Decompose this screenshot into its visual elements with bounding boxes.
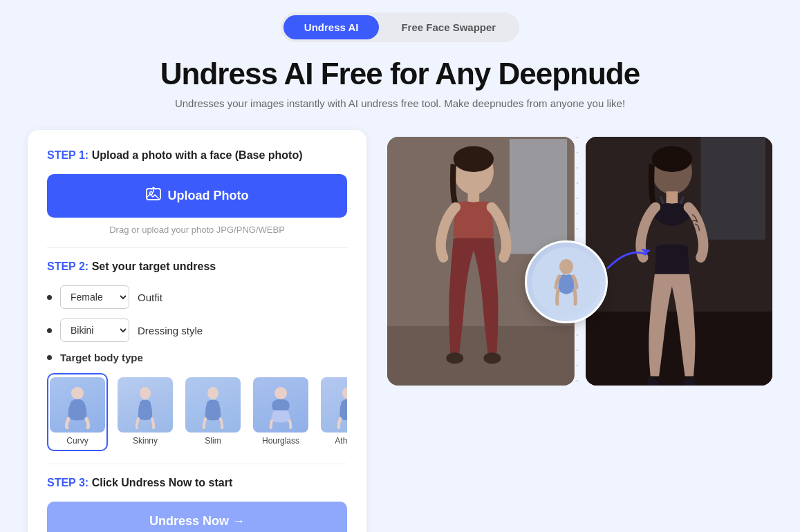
preview-area: Before [387, 137, 772, 392]
svg-point-17 [559, 259, 573, 274]
label-slim: Slim [205, 436, 221, 446]
svg-point-15 [483, 353, 501, 365]
gender-select[interactable]: Female Male [60, 285, 129, 309]
svg-rect-9 [387, 326, 575, 386]
label-skinny: Skinny [133, 436, 158, 446]
inset-svg [532, 247, 601, 316]
tab-container: Undress AI Free Face Swapper [281, 12, 519, 42]
svg-point-12 [454, 146, 494, 172]
step2-heading: STEP 2: Set your target undress [47, 260, 347, 273]
step3-text2: Click Undress Now to start [92, 477, 233, 488]
step1-text2: Upload a photo with a face (Base photo) [92, 149, 303, 161]
hero-title: Undress AI Free for Any Deepnude [14, 57, 786, 91]
arrow-area [525, 240, 608, 323]
step2-label: STEP 2: [47, 260, 89, 272]
body-card-slim[interactable]: Slim [183, 373, 243, 451]
top-nav: Undress AI Free Face Swapper [0, 0, 800, 49]
main-content: STEP 1: Upload a photo with a face (Base… [0, 116, 800, 532]
step2-text2: Set your target undress [92, 260, 216, 272]
svg-rect-22 [700, 137, 765, 240]
curved-arrow-svg [601, 234, 656, 275]
hero-subtitle: Undresses your images instantly with AI … [14, 97, 786, 109]
divider2 [47, 464, 347, 464]
body-img-slim [185, 377, 241, 433]
tab-undress-ai[interactable]: Undress AI [283, 15, 380, 39]
style-row: Bikini Nude Lingerie Dressing style [47, 319, 347, 342]
svg-point-4 [207, 387, 218, 399]
svg-rect-10 [510, 140, 567, 254]
svg-point-24 [651, 146, 691, 172]
body-type-cards: Curvy Skinny [47, 373, 347, 451]
svg-point-3 [140, 387, 151, 399]
step3-label: STEP 3: [47, 477, 89, 488]
step1-heading: STEP 1: Upload a photo with a face (Base… [47, 149, 347, 162]
undress-btn-label: Undress Now → [149, 514, 245, 529]
drag-hint: Drag or upload your photo JPG/PNG/WEBP [47, 225, 347, 235]
label-hourglass: Hourglass [262, 436, 299, 446]
upload-button-label: Upload Photo [168, 189, 249, 203]
body-img-skinny [118, 377, 173, 433]
step3-heading: STEP 3: Click Undress Now to start [47, 477, 347, 489]
bullet1 [47, 295, 52, 300]
label-athletic: Athletic [335, 436, 347, 446]
body-img-hourglass [253, 377, 308, 433]
step2-options: Female Male Outfit Bikini Nude Lingerie … [47, 285, 347, 342]
upload-photo-button[interactable]: Upload Photo [47, 174, 347, 218]
body-card-hourglass[interactable]: Hourglass [250, 373, 311, 451]
body-card-curvy[interactable]: Curvy [47, 373, 108, 451]
label-curvy: Curvy [66, 436, 88, 446]
bullet2 [47, 328, 52, 333]
svg-point-14 [446, 353, 463, 365]
left-panel: STEP 1: Upload a photo with a face (Base… [28, 130, 366, 532]
outfit-row: Female Male Outfit [47, 285, 347, 309]
tab-face-swapper[interactable]: Free Face Swapper [380, 15, 517, 39]
body-type-row: Target body type [47, 352, 347, 363]
hero-section: Undress AI Free for Any Deepnude Undress… [0, 49, 800, 116]
body-type-label: Target body type [60, 352, 143, 363]
dressing-label: Dressing style [138, 325, 203, 336]
undress-now-button[interactable]: Undress Now → [47, 502, 347, 532]
right-panel: Before [387, 130, 772, 392]
svg-point-2 [71, 387, 84, 399]
svg-point-6 [342, 387, 347, 399]
style-select[interactable]: Bikini Nude Lingerie [60, 319, 129, 342]
body-card-skinny[interactable]: Skinny [115, 373, 176, 451]
divider1 [47, 247, 347, 248]
bullet3 [47, 355, 52, 360]
body-img-curvy [50, 377, 105, 433]
svg-point-5 [275, 387, 287, 399]
upload-icon [146, 187, 161, 205]
outfit-label: Outfit [138, 292, 162, 303]
step1-label: STEP 1: [47, 149, 89, 161]
circle-inset [525, 240, 608, 323]
body-card-athletic[interactable]: Athletic [318, 373, 347, 451]
body-img-athletic [321, 377, 347, 433]
